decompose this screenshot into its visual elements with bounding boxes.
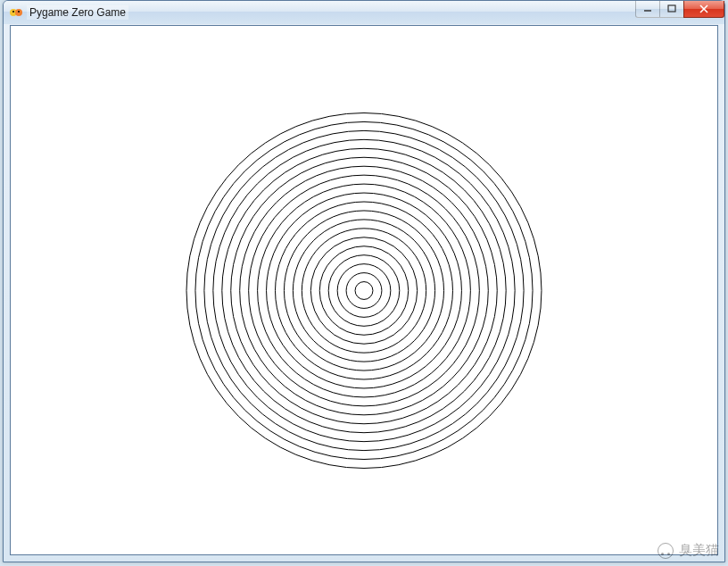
circle-ring [355,282,373,300]
watermark: 臭美猫 [658,542,719,559]
circle-ring [249,175,480,406]
client-area [10,25,718,555]
svg-point-2 [12,11,14,12]
wechat-icon [658,543,674,559]
circle-ring [240,166,489,415]
maximize-button[interactable] [659,1,684,18]
circle-ring [310,237,417,344]
svg-line-7 [700,5,707,12]
application-window: Pygame Zero Game [3,0,725,562]
pygame-icon [9,5,23,20]
circle-ring [284,211,443,370]
circle-ring [258,184,471,397]
circle-ring [195,121,533,459]
close-button[interactable] [683,1,724,18]
circle-ring [231,157,497,423]
titlebar[interactable]: Pygame Zero Game [4,1,724,24]
circle-ring [337,264,391,318]
concentric-circles-canvas [11,26,717,555]
window-controls [636,1,724,18]
svg-rect-5 [668,5,675,12]
watermark-text: 臭美猫 [679,542,719,559]
svg-point-3 [18,11,20,12]
circle-ring [222,148,506,432]
window-title: Pygame Zero Game [27,5,128,20]
circle-ring [328,255,400,327]
svg-line-6 [700,5,707,12]
circle-ring [267,193,462,388]
minimize-button[interactable] [635,1,660,18]
circle-ring [302,229,426,353]
circle-ring [204,130,524,450]
circle-ring [213,139,515,441]
circle-ring [293,220,434,362]
circle-ring [346,273,382,309]
circle-ring [319,246,408,335]
